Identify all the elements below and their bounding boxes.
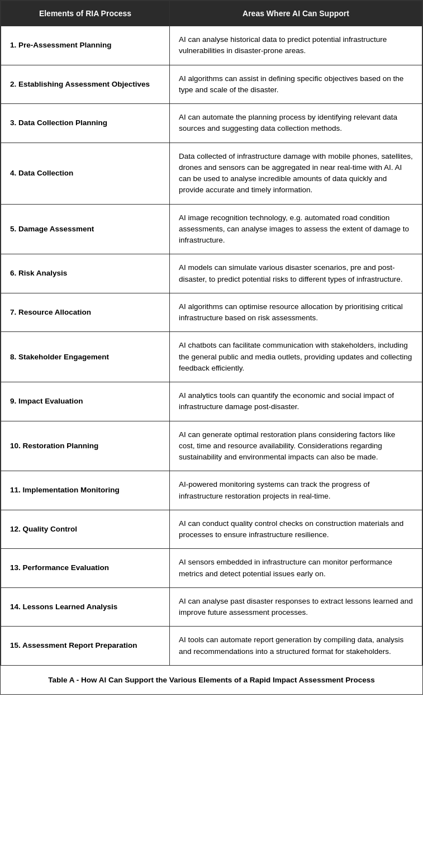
element-cell: 9. Impact Evaluation	[1, 382, 170, 421]
table-row: 1. Pre-Assessment PlanningAI can analyse…	[1, 26, 422, 65]
element-cell: 4. Data Collection	[1, 143, 170, 204]
table-body: 1. Pre-Assessment PlanningAI can analyse…	[1, 26, 422, 666]
table-caption: Table A - How AI Can Support the Various…	[1, 666, 422, 694]
table-row: 8. Stakeholder EngagementAI chatbots can…	[1, 332, 422, 382]
element-cell: 6. Risk Analysis	[1, 254, 170, 293]
support-cell: AI models can simulate various disaster …	[170, 254, 422, 293]
table-row: 3. Data Collection PlanningAI can automa…	[1, 104, 422, 143]
table-row: 15. Assessment Report PreparationAI tool…	[1, 627, 422, 666]
support-cell: AI can conduct quality control checks on…	[170, 510, 422, 549]
table-row: 4. Data CollectionData collected of infr…	[1, 143, 422, 204]
support-cell: AI analytics tools can quantify the econ…	[170, 382, 422, 421]
support-cell: AI tools can automate report generation …	[170, 627, 422, 666]
col2-header: Areas Where AI Can Support	[170, 1, 422, 26]
support-cell: AI can automate the planning process by …	[170, 104, 422, 143]
col1-header: Elements of RIA Process	[1, 1, 170, 26]
support-cell: AI can analyse past disaster responses t…	[170, 587, 422, 627]
table-row: 12. Quality ControlAI can conduct qualit…	[1, 510, 422, 549]
table-row: 2. Establishing Assessment ObjectivesAI …	[1, 65, 422, 104]
element-cell: 10. Restoration Planning	[1, 421, 170, 471]
element-cell: 12. Quality Control	[1, 510, 170, 549]
table-row: 5. Damage AssessmentAI image recognition…	[1, 204, 422, 254]
element-cell: 7. Resource Allocation	[1, 293, 170, 332]
table-row: 7. Resource AllocationAI algorithms can …	[1, 293, 422, 332]
table-row: 9. Impact EvaluationAI analytics tools c…	[1, 382, 422, 421]
table-row: 6. Risk AnalysisAI models can simulate v…	[1, 254, 422, 293]
support-cell: AI image recognition technology, e.g. au…	[170, 204, 422, 254]
element-cell: 11. Implementation Monitoring	[1, 471, 170, 510]
ria-table: Elements of RIA Process Areas Where AI C…	[1, 1, 422, 666]
main-table-container: Elements of RIA Process Areas Where AI C…	[0, 0, 423, 695]
element-cell: 3. Data Collection Planning	[1, 104, 170, 143]
support-cell: AI can analyse historical data to predic…	[170, 26, 422, 65]
support-cell: Data collected of infrastructure damage …	[170, 143, 422, 204]
element-cell: 5. Damage Assessment	[1, 204, 170, 254]
support-cell: AI algorithms can optimise resource allo…	[170, 293, 422, 332]
table-row: 11. Implementation MonitoringAI-powered …	[1, 471, 422, 510]
element-cell: 13. Performance Evaluation	[1, 549, 170, 588]
support-cell: AI can generate optimal restoration plan…	[170, 421, 422, 471]
table-row: 10. Restoration PlanningAI can generate …	[1, 421, 422, 471]
table-row: 14. Lessons Learned AnalysisAI can analy…	[1, 587, 422, 627]
table-header-row: Elements of RIA Process Areas Where AI C…	[1, 1, 422, 26]
element-cell: 2. Establishing Assessment Objectives	[1, 65, 170, 104]
support-cell: AI sensors embedded in infrastructure ca…	[170, 549, 422, 588]
support-cell: AI algorithms can assist in defining spe…	[170, 65, 422, 104]
support-cell: AI chatbots can facilitate communication…	[170, 332, 422, 382]
element-cell: 8. Stakeholder Engagement	[1, 332, 170, 382]
element-cell: 15. Assessment Report Preparation	[1, 627, 170, 666]
table-row: 13. Performance EvaluationAI sensors emb…	[1, 549, 422, 588]
element-cell: 1. Pre-Assessment Planning	[1, 26, 170, 65]
element-cell: 14. Lessons Learned Analysis	[1, 587, 170, 627]
support-cell: AI-powered monitoring systems can track …	[170, 471, 422, 510]
